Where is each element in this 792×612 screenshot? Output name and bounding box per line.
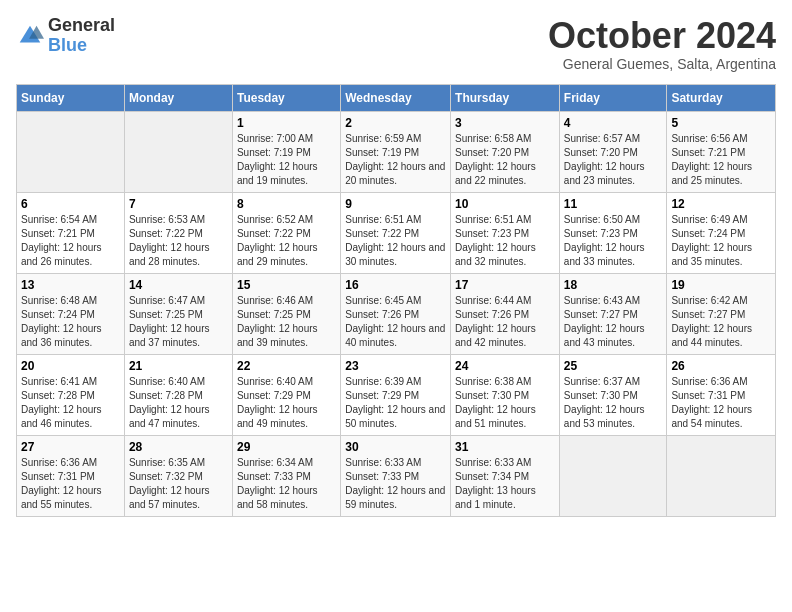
day-number: 16 (345, 278, 446, 292)
day-header-friday: Friday (559, 84, 667, 111)
day-info: Sunrise: 6:51 AM Sunset: 7:23 PM Dayligh… (455, 213, 555, 269)
calendar-cell: 6Sunrise: 6:54 AM Sunset: 7:21 PM Daylig… (17, 192, 125, 273)
calendar-cell: 22Sunrise: 6:40 AM Sunset: 7:29 PM Dayli… (232, 354, 340, 435)
day-info: Sunrise: 6:50 AM Sunset: 7:23 PM Dayligh… (564, 213, 663, 269)
calendar-cell: 4Sunrise: 6:57 AM Sunset: 7:20 PM Daylig… (559, 111, 667, 192)
day-number: 23 (345, 359, 446, 373)
day-number: 11 (564, 197, 663, 211)
day-info: Sunrise: 6:52 AM Sunset: 7:22 PM Dayligh… (237, 213, 336, 269)
calendar-cell: 23Sunrise: 6:39 AM Sunset: 7:29 PM Dayli… (341, 354, 451, 435)
day-number: 27 (21, 440, 120, 454)
calendar-cell: 19Sunrise: 6:42 AM Sunset: 7:27 PM Dayli… (667, 273, 776, 354)
calendar-cell: 3Sunrise: 6:58 AM Sunset: 7:20 PM Daylig… (451, 111, 560, 192)
calendar-cell: 9Sunrise: 6:51 AM Sunset: 7:22 PM Daylig… (341, 192, 451, 273)
day-number: 3 (455, 116, 555, 130)
day-info: Sunrise: 6:48 AM Sunset: 7:24 PM Dayligh… (21, 294, 120, 350)
calendar-cell: 18Sunrise: 6:43 AM Sunset: 7:27 PM Dayli… (559, 273, 667, 354)
day-number: 30 (345, 440, 446, 454)
day-info: Sunrise: 6:40 AM Sunset: 7:29 PM Dayligh… (237, 375, 336, 431)
calendar-cell: 21Sunrise: 6:40 AM Sunset: 7:28 PM Dayli… (124, 354, 232, 435)
day-header-monday: Monday (124, 84, 232, 111)
day-info: Sunrise: 6:57 AM Sunset: 7:20 PM Dayligh… (564, 132, 663, 188)
day-info: Sunrise: 6:58 AM Sunset: 7:20 PM Dayligh… (455, 132, 555, 188)
day-info: Sunrise: 6:56 AM Sunset: 7:21 PM Dayligh… (671, 132, 771, 188)
day-info: Sunrise: 6:33 AM Sunset: 7:33 PM Dayligh… (345, 456, 446, 512)
day-header-tuesday: Tuesday (232, 84, 340, 111)
calendar-cell (559, 435, 667, 516)
day-number: 4 (564, 116, 663, 130)
day-info: Sunrise: 6:39 AM Sunset: 7:29 PM Dayligh… (345, 375, 446, 431)
day-info: Sunrise: 6:53 AM Sunset: 7:22 PM Dayligh… (129, 213, 228, 269)
day-header-wednesday: Wednesday (341, 84, 451, 111)
day-number: 12 (671, 197, 771, 211)
day-number: 2 (345, 116, 446, 130)
calendar-cell: 29Sunrise: 6:34 AM Sunset: 7:33 PM Dayli… (232, 435, 340, 516)
day-number: 13 (21, 278, 120, 292)
day-number: 21 (129, 359, 228, 373)
day-number: 26 (671, 359, 771, 373)
day-info: Sunrise: 6:54 AM Sunset: 7:21 PM Dayligh… (21, 213, 120, 269)
calendar-cell: 26Sunrise: 6:36 AM Sunset: 7:31 PM Dayli… (667, 354, 776, 435)
day-number: 14 (129, 278, 228, 292)
calendar-week-row: 1Sunrise: 7:00 AM Sunset: 7:19 PM Daylig… (17, 111, 776, 192)
day-header-thursday: Thursday (451, 84, 560, 111)
day-number: 15 (237, 278, 336, 292)
calendar-cell: 11Sunrise: 6:50 AM Sunset: 7:23 PM Dayli… (559, 192, 667, 273)
calendar-header-row: SundayMondayTuesdayWednesdayThursdayFrid… (17, 84, 776, 111)
day-number: 17 (455, 278, 555, 292)
day-number: 6 (21, 197, 120, 211)
calendar-cell: 20Sunrise: 6:41 AM Sunset: 7:28 PM Dayli… (17, 354, 125, 435)
calendar-week-row: 13Sunrise: 6:48 AM Sunset: 7:24 PM Dayli… (17, 273, 776, 354)
calendar-cell: 2Sunrise: 6:59 AM Sunset: 7:19 PM Daylig… (341, 111, 451, 192)
calendar-cell: 25Sunrise: 6:37 AM Sunset: 7:30 PM Dayli… (559, 354, 667, 435)
calendar-cell: 10Sunrise: 6:51 AM Sunset: 7:23 PM Dayli… (451, 192, 560, 273)
calendar-cell: 24Sunrise: 6:38 AM Sunset: 7:30 PM Dayli… (451, 354, 560, 435)
day-number: 10 (455, 197, 555, 211)
day-number: 20 (21, 359, 120, 373)
day-number: 22 (237, 359, 336, 373)
calendar-week-row: 20Sunrise: 6:41 AM Sunset: 7:28 PM Dayli… (17, 354, 776, 435)
calendar-week-row: 6Sunrise: 6:54 AM Sunset: 7:21 PM Daylig… (17, 192, 776, 273)
day-number: 5 (671, 116, 771, 130)
logo: General Blue (16, 16, 115, 56)
day-info: Sunrise: 6:42 AM Sunset: 7:27 PM Dayligh… (671, 294, 771, 350)
day-number: 28 (129, 440, 228, 454)
month-title: October 2024 (548, 16, 776, 56)
logo-blue-text: Blue (48, 36, 115, 56)
day-info: Sunrise: 7:00 AM Sunset: 7:19 PM Dayligh… (237, 132, 336, 188)
day-info: Sunrise: 6:59 AM Sunset: 7:19 PM Dayligh… (345, 132, 446, 188)
day-info: Sunrise: 6:36 AM Sunset: 7:31 PM Dayligh… (21, 456, 120, 512)
day-info: Sunrise: 6:46 AM Sunset: 7:25 PM Dayligh… (237, 294, 336, 350)
calendar-cell: 17Sunrise: 6:44 AM Sunset: 7:26 PM Dayli… (451, 273, 560, 354)
day-number: 9 (345, 197, 446, 211)
calendar-cell: 13Sunrise: 6:48 AM Sunset: 7:24 PM Dayli… (17, 273, 125, 354)
calendar-cell: 7Sunrise: 6:53 AM Sunset: 7:22 PM Daylig… (124, 192, 232, 273)
day-number: 18 (564, 278, 663, 292)
title-block: October 2024 General Guemes, Salta, Arge… (548, 16, 776, 72)
page-header: General Blue October 2024 General Guemes… (16, 16, 776, 72)
day-info: Sunrise: 6:35 AM Sunset: 7:32 PM Dayligh… (129, 456, 228, 512)
calendar-cell: 16Sunrise: 6:45 AM Sunset: 7:26 PM Dayli… (341, 273, 451, 354)
day-number: 24 (455, 359, 555, 373)
calendar-cell: 1Sunrise: 7:00 AM Sunset: 7:19 PM Daylig… (232, 111, 340, 192)
calendar-table: SundayMondayTuesdayWednesdayThursdayFrid… (16, 84, 776, 517)
calendar-cell: 5Sunrise: 6:56 AM Sunset: 7:21 PM Daylig… (667, 111, 776, 192)
day-number: 7 (129, 197, 228, 211)
day-info: Sunrise: 6:40 AM Sunset: 7:28 PM Dayligh… (129, 375, 228, 431)
calendar-cell: 8Sunrise: 6:52 AM Sunset: 7:22 PM Daylig… (232, 192, 340, 273)
day-header-sunday: Sunday (17, 84, 125, 111)
calendar-cell: 14Sunrise: 6:47 AM Sunset: 7:25 PM Dayli… (124, 273, 232, 354)
day-info: Sunrise: 6:36 AM Sunset: 7:31 PM Dayligh… (671, 375, 771, 431)
day-number: 19 (671, 278, 771, 292)
calendar-cell: 12Sunrise: 6:49 AM Sunset: 7:24 PM Dayli… (667, 192, 776, 273)
calendar-cell (17, 111, 125, 192)
day-number: 31 (455, 440, 555, 454)
day-number: 29 (237, 440, 336, 454)
day-info: Sunrise: 6:44 AM Sunset: 7:26 PM Dayligh… (455, 294, 555, 350)
day-number: 1 (237, 116, 336, 130)
day-info: Sunrise: 6:37 AM Sunset: 7:30 PM Dayligh… (564, 375, 663, 431)
day-info: Sunrise: 6:41 AM Sunset: 7:28 PM Dayligh… (21, 375, 120, 431)
day-info: Sunrise: 6:51 AM Sunset: 7:22 PM Dayligh… (345, 213, 446, 269)
calendar-cell: 28Sunrise: 6:35 AM Sunset: 7:32 PM Dayli… (124, 435, 232, 516)
calendar-cell: 27Sunrise: 6:36 AM Sunset: 7:31 PM Dayli… (17, 435, 125, 516)
